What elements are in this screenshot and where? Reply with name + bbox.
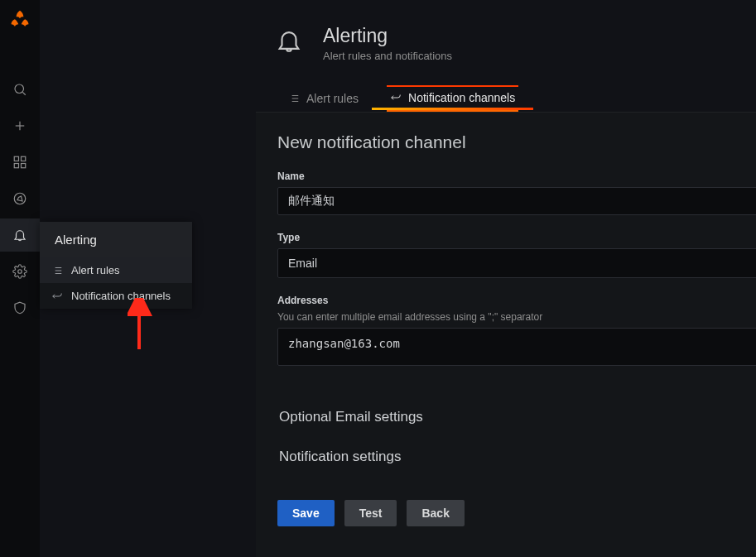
page-header: Alerting Alert rules and notifications <box>40 0 756 62</box>
nav-admin-icon[interactable] <box>0 291 40 324</box>
grafana-logo[interactable] <box>8 8 31 31</box>
tab-label: Notification channels <box>408 91 515 104</box>
type-label: Type <box>277 232 756 243</box>
svg-rect-5 <box>22 156 26 161</box>
nav-alerting-icon[interactable] <box>0 218 40 252</box>
save-button[interactable]: Save <box>277 500 335 526</box>
flyout-item-label: Alert rules <box>71 264 120 276</box>
share-icon <box>51 291 63 302</box>
svg-rect-4 <box>14 156 18 161</box>
name-label: Name <box>277 170 756 182</box>
nav-explore-icon[interactable] <box>0 182 40 215</box>
flyout-item-label: Notification channels <box>71 290 171 302</box>
list-icon <box>288 93 300 104</box>
section-title: Optional Email settings <box>279 409 423 425</box>
notification-settings-toggle[interactable]: Notification settings › <box>277 437 756 477</box>
svg-rect-6 <box>14 164 18 168</box>
tabs: Alert rules Notification channels <box>285 85 756 112</box>
addresses-input[interactable] <box>277 328 756 366</box>
page-title: Alerting <box>323 25 452 46</box>
svg-point-0 <box>15 84 24 94</box>
svg-marker-9 <box>17 196 22 201</box>
type-value: Email <box>288 257 317 270</box>
nav-rail <box>0 0 40 557</box>
tab-notification-channels[interactable]: Notification channels <box>387 85 518 112</box>
tab-label: Alert rules <box>306 92 359 105</box>
type-select[interactable]: Email ⌄ <box>277 248 756 278</box>
back-button[interactable]: Back <box>407 500 464 526</box>
tab-alert-rules[interactable]: Alert rules <box>285 85 362 112</box>
svg-point-8 <box>14 193 26 204</box>
nav-config-icon[interactable] <box>0 255 40 288</box>
name-input[interactable] <box>277 187 756 215</box>
flyout-title: Alerting <box>40 222 192 257</box>
nav-create-icon[interactable] <box>0 109 40 142</box>
bell-icon <box>273 25 305 56</box>
test-button[interactable]: Test <box>344 500 397 526</box>
nav-search-icon[interactable] <box>0 73 40 106</box>
nav-dashboards-icon[interactable] <box>0 146 40 179</box>
form-card: New notification channel Name Type Email… <box>256 112 756 557</box>
addresses-help: You can enter multiple email addresses u… <box>277 311 756 323</box>
page-subtitle: Alert rules and notifications <box>323 50 452 62</box>
list-icon <box>51 265 63 276</box>
flyout-item-alert-rules[interactable]: Alert rules <box>40 257 192 283</box>
svg-rect-7 <box>22 164 26 168</box>
form-title: New notification channel <box>277 132 756 152</box>
section-title: Notification settings <box>279 449 401 465</box>
optional-email-settings-toggle[interactable]: Optional Email settings › <box>277 397 756 437</box>
flyout-item-notification-channels[interactable]: Notification channels <box>40 283 192 309</box>
svg-point-10 <box>18 270 22 274</box>
share-icon <box>390 92 402 103</box>
addresses-label: Addresses <box>277 295 756 306</box>
svg-line-1 <box>22 92 25 94</box>
alerting-flyout: Alerting Alert rules Notification channe… <box>40 222 192 309</box>
